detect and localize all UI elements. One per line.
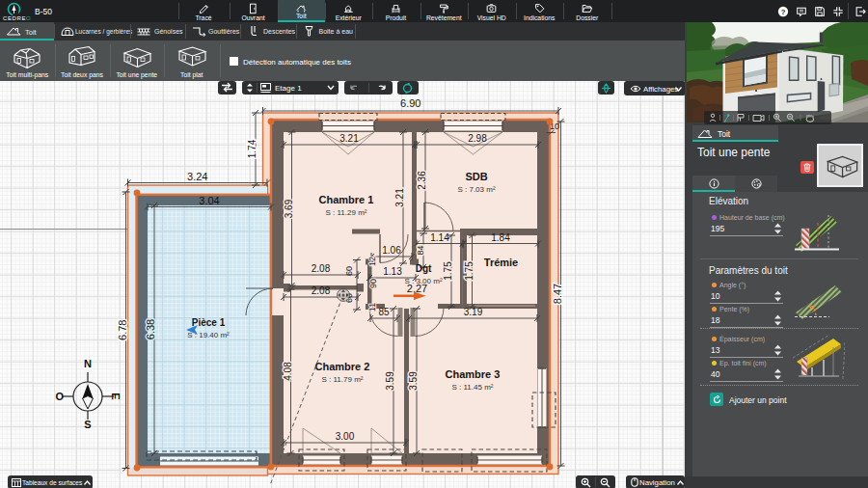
svg-text:60: 60 <box>344 266 354 276</box>
svg-text:S : 11.45 m²: S : 11.45 m² <box>452 383 494 392</box>
svg-text:1.84: 1.84 <box>491 232 510 243</box>
svg-text:Chambre 2: Chambre 2 <box>315 361 370 372</box>
svg-text:6.78: 6.78 <box>117 320 128 340</box>
svg-text:8.47: 8.47 <box>552 284 563 304</box>
svg-text:2.98: 2.98 <box>468 133 487 144</box>
svg-text:Chambre 1: Chambre 1 <box>319 194 374 205</box>
svg-text:12: 12 <box>367 257 377 266</box>
svg-text:Trémie: Trémie <box>484 257 518 268</box>
svg-text:6.90: 6.90 <box>400 97 420 109</box>
svg-text:SDB: SDB <box>465 171 487 182</box>
svg-text:S : 3.00 m²: S : 3.00 m² <box>404 277 442 285</box>
svg-text:85: 85 <box>378 307 390 317</box>
svg-text:3.21: 3.21 <box>394 188 405 207</box>
svg-text:90: 90 <box>368 279 378 288</box>
svg-text:1.13: 1.13 <box>383 266 402 277</box>
svg-text:E: E <box>110 393 122 399</box>
svg-text:3.69: 3.69 <box>284 199 294 218</box>
svg-text:S : 11.79 m²: S : 11.79 m² <box>322 375 364 384</box>
svg-text:3.21: 3.21 <box>339 133 359 144</box>
svg-text:1.74: 1.74 <box>247 139 258 158</box>
svg-text:Dgt: Dgt <box>416 263 432 274</box>
svg-text:Chambre 3: Chambre 3 <box>446 368 501 380</box>
svg-text:1.14: 1.14 <box>430 232 449 243</box>
svg-text:1.06: 1.06 <box>382 245 401 256</box>
svg-text:3.04: 3.04 <box>199 195 219 206</box>
svg-text:2.36: 2.36 <box>417 171 427 190</box>
svg-text:S: S <box>84 419 91 430</box>
svg-text:S : 11.29 m²: S : 11.29 m² <box>326 208 367 217</box>
svg-text:2.08: 2.08 <box>312 285 331 296</box>
svg-text:84: 84 <box>416 245 425 255</box>
svg-text:3.00: 3.00 <box>336 431 355 442</box>
svg-text:N: N <box>84 358 92 369</box>
svg-text:1.75: 1.75 <box>464 261 475 281</box>
svg-text:3.59: 3.59 <box>408 371 419 391</box>
svg-text:6.38: 6.38 <box>145 319 156 339</box>
svg-text:?: ? <box>781 7 786 15</box>
svg-text:4.08: 4.08 <box>283 362 293 381</box>
svg-text:1.75: 1.75 <box>443 261 453 281</box>
svg-text:O: O <box>55 391 64 402</box>
svg-text:11: 11 <box>367 303 377 312</box>
svg-text:3.19: 3.19 <box>464 307 483 317</box>
svg-text:3.59: 3.59 <box>385 371 395 391</box>
svg-text:2.08: 2.08 <box>312 263 331 274</box>
svg-text:3.24: 3.24 <box>187 171 207 182</box>
svg-text:S : 7.03 m²: S : 7.03 m² <box>457 185 495 194</box>
